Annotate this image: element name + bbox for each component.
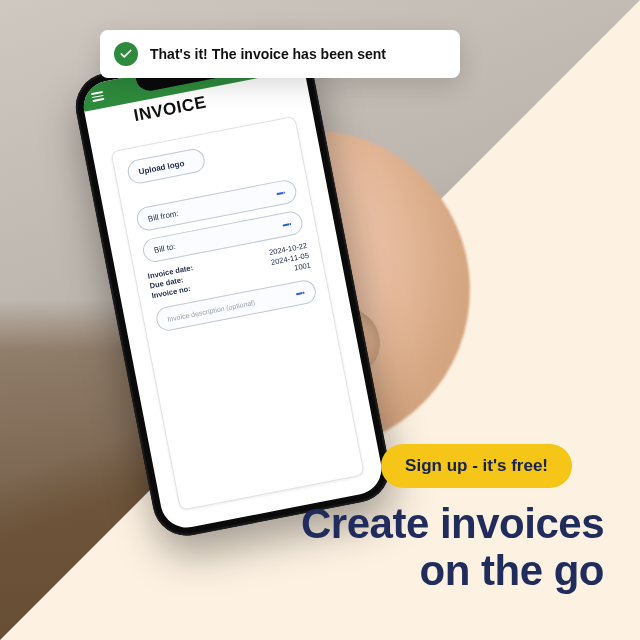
invoice-description-placeholder: Invoice description (optional) bbox=[167, 299, 256, 323]
bill-from-label: Bill from: bbox=[147, 208, 179, 223]
sign-up-button[interactable]: Sign up - it's free! bbox=[381, 444, 572, 488]
sign-up-label: Sign up - it's free! bbox=[405, 456, 548, 476]
bill-to-label: Bill to: bbox=[153, 242, 176, 255]
edit-icon bbox=[275, 187, 287, 199]
toast-message: That's it! The invoice has been sent bbox=[150, 46, 386, 62]
success-toast: That's it! The invoice has been sent bbox=[100, 30, 460, 78]
headline: Create invoices on the go bbox=[301, 500, 604, 594]
edit-icon bbox=[281, 218, 293, 230]
upload-logo-button[interactable]: Upload logo bbox=[126, 147, 207, 185]
upload-logo-label: Upload logo bbox=[138, 158, 185, 176]
invoice-no-value: 1001 bbox=[294, 261, 312, 274]
headline-line-1: Create invoices bbox=[301, 500, 604, 547]
edit-icon bbox=[294, 287, 306, 299]
headline-line-2: on the go bbox=[301, 547, 604, 594]
check-circle-icon bbox=[114, 42, 138, 66]
menu-icon[interactable] bbox=[91, 91, 104, 102]
promo-banner: INVOICE Upload logo Bill from: Bill to: … bbox=[0, 0, 640, 640]
